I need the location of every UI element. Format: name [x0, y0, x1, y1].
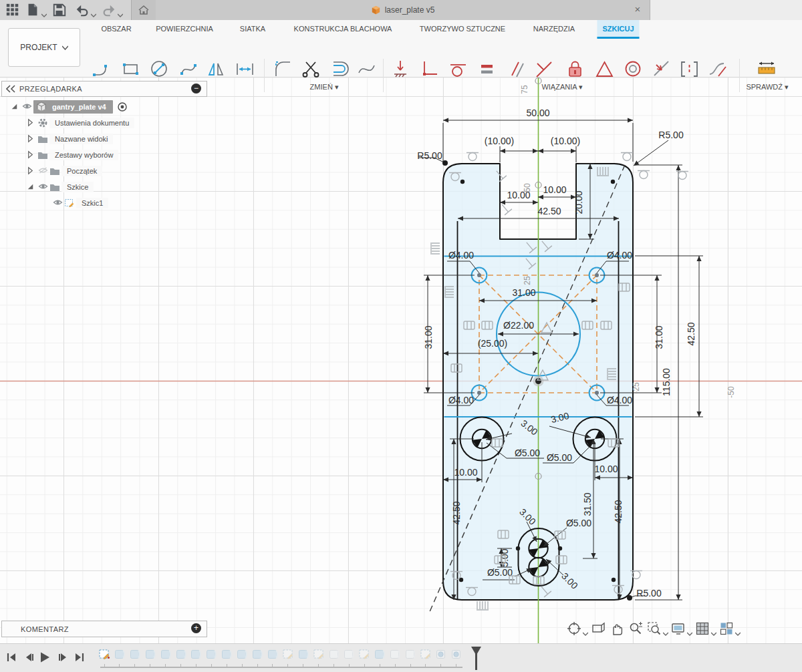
dimension-icon[interactable]: [233, 57, 257, 81]
circle-diameter-icon[interactable]: [148, 57, 172, 81]
dimension-label[interactable]: 115.00: [661, 368, 672, 396]
visibility-eye-off-icon[interactable]: [37, 166, 49, 176]
tab-konstrukcja-blachowa[interactable]: KONSTRUKCJA BLACHOWA: [289, 20, 398, 37]
step-back-button[interactable]: [23, 651, 36, 663]
spline-icon[interactable]: [177, 57, 201, 81]
dimension-label[interactable]: 42.50: [613, 500, 624, 523]
visibility-eye-icon[interactable]: [52, 198, 64, 208]
chevron-down-icon[interactable]: [41, 8, 47, 13]
dimension-label[interactable]: Ø4.00: [607, 250, 632, 261]
dimension-label[interactable]: 42.50: [537, 206, 561, 216]
timeline-item-sketch[interactable]: [420, 648, 432, 660]
comments-panel-header[interactable]: KOMENTARZ +: [1, 621, 207, 637]
expand-open-icon[interactable]: [9, 102, 21, 112]
tangent-c-icon[interactable]: [446, 57, 471, 81]
add-comment-icon[interactable]: +: [191, 623, 201, 633]
equal-c-icon[interactable]: [475, 57, 499, 81]
tangent-constraint-icon[interactable]: [466, 153, 479, 161]
timeline-item-extrude[interactable]: [190, 648, 202, 660]
expand-closed-icon[interactable]: [25, 166, 37, 176]
dimension-label[interactable]: 42.50: [686, 322, 696, 345]
group-label-wi-zania[interactable]: WIĄZANIA ▾: [541, 83, 582, 92]
timeline-item-extrude-empty[interactable]: [343, 648, 355, 660]
dimension-label[interactable]: (10.00): [551, 136, 580, 146]
tangent-constraint-icon[interactable]: [638, 171, 650, 179]
timeline-item-extrude[interactable]: [129, 648, 141, 660]
viewports-icon[interactable]: [719, 621, 734, 636]
timeline-item-extrude[interactable]: [205, 648, 217, 660]
dimension-label[interactable]: 42.50: [451, 501, 462, 524]
redo-icon[interactable]: [102, 3, 116, 17]
zoom-icon[interactable]: [628, 621, 643, 636]
tab-szkicuj[interactable]: SZKICUJ: [597, 20, 639, 39]
chevron-down-icon[interactable]: [711, 627, 717, 632]
tab-obszar[interactable]: OBSZAR: [96, 20, 136, 37]
timeline-item-extrude[interactable]: [144, 648, 156, 660]
timeline-item-extrude[interactable]: [251, 648, 263, 660]
timeline-item-extrude-empty[interactable]: [404, 648, 416, 660]
expand-closed-icon[interactable]: [25, 150, 37, 160]
expand-open-icon[interactable]: [25, 182, 37, 192]
point-on-curve-icon[interactable]: [650, 57, 674, 81]
timeline-item-extrude[interactable]: [175, 648, 187, 660]
browser-item-pocz-tek[interactable]: Początek: [25, 164, 102, 178]
tangent-constraint-icon[interactable]: [621, 153, 633, 161]
timeline-item-extrude[interactable]: [114, 648, 126, 660]
play-button[interactable]: [38, 651, 51, 663]
dimension-label[interactable]: 10.00: [594, 464, 618, 474]
browser-item-ustawienia-dokumentu[interactable]: Ustawienia dokumentu: [25, 116, 134, 130]
hatch-constraint-icon[interactable]: [431, 242, 440, 255]
dimension-label[interactable]: 31.00: [423, 325, 434, 349]
dimension-label[interactable]: R5.00: [658, 130, 684, 140]
timeline-item-sketch[interactable]: [358, 648, 370, 660]
pan-icon[interactable]: [610, 621, 624, 636]
group-label-sprawd[interactable]: SPRAWDŹ ▾: [746, 83, 788, 92]
timeline-item-extrude-empty[interactable]: [389, 648, 401, 660]
browser-root-chip[interactable]: gantry_plate v4: [33, 100, 113, 114]
timeline-item-hole[interactable]: [435, 648, 447, 660]
app-grid-icon[interactable]: [5, 3, 20, 17]
dimension-label[interactable]: R5.00: [636, 588, 662, 599]
close-document-icon[interactable]: ×: [632, 4, 643, 15]
dimension-label[interactable]: 10.00: [454, 467, 477, 478]
timeline-item-sketch[interactable]: [282, 648, 294, 660]
tab-narz-dzia[interactable]: NARZĘDZIA: [528, 20, 580, 37]
timeline-item-hole[interactable]: [450, 648, 462, 660]
timeline-item-extrude[interactable]: [267, 648, 279, 660]
browser-item-szkic1[interactable]: Szkic1: [52, 196, 108, 210]
document-tab[interactable]: laser_plate v5 ×: [156, 0, 650, 20]
browser-item-szkice[interactable]: Szkice: [25, 180, 94, 194]
chevron-down-icon[interactable]: [687, 627, 693, 632]
chevron-down-icon[interactable]: [663, 627, 669, 632]
dimension-label[interactable]: (10.00): [485, 136, 514, 146]
hatch-constraint-icon[interactable]: [477, 601, 489, 610]
skip-end-button[interactable]: [72, 651, 86, 663]
offset-icon[interactable]: [327, 57, 352, 81]
save-icon[interactable]: [52, 3, 67, 17]
coincident-icon[interactable]: [389, 57, 413, 81]
curvature-icon[interactable]: [706, 57, 730, 81]
project-menu-button[interactable]: PROJEKT: [8, 28, 80, 67]
dimension-label[interactable]: Ø5.00: [547, 452, 572, 463]
look-at-icon[interactable]: [591, 621, 606, 636]
timeline-item-extrude[interactable]: [374, 648, 386, 660]
display-settings-icon[interactable]: [671, 621, 686, 636]
visibility-eye-icon[interactable]: [21, 102, 33, 112]
dimension-label[interactable]: (25.00): [478, 338, 507, 349]
browser-item-gantry-plate-v4[interactable]: gantry_plate v4: [9, 100, 129, 114]
dimension-label[interactable]: 31.50: [582, 492, 593, 516]
visibility-eye-icon[interactable]: [37, 182, 49, 192]
dimension-label[interactable]: Ø5.00: [566, 518, 591, 528]
timeline-item-sketch-active[interactable]: [98, 648, 110, 660]
dimension-label[interactable]: Ø22.00: [503, 320, 534, 331]
orbit-icon[interactable]: [567, 621, 581, 636]
browser-collapse-icon[interactable]: −: [191, 83, 201, 94]
fillet-icon[interactable]: [271, 57, 295, 81]
polygon-icon[interactable]: [593, 57, 617, 81]
dimension-label[interactable]: Ø4.00: [607, 395, 632, 405]
parallel-icon[interactable]: [504, 57, 528, 81]
grid-settings-icon[interactable]: [695, 621, 710, 636]
timeline-item-extrude[interactable]: [297, 648, 309, 660]
line-icon[interactable]: [90, 57, 114, 81]
dimension-label[interactable]: 31.00: [512, 287, 535, 298]
